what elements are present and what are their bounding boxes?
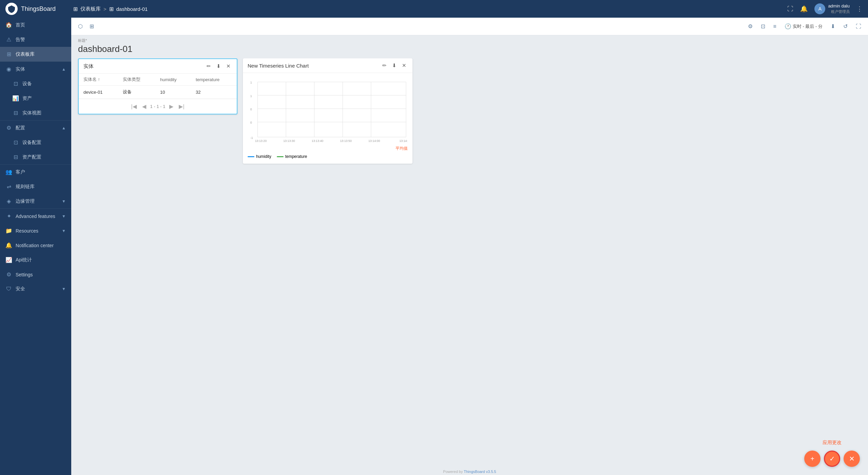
device-icon: ⊡ [12, 80, 19, 87]
config-icon: ⚙ [5, 125, 12, 131]
sidebar-label-config: 配置 [16, 125, 58, 131]
svg-text:13:13:40: 13:13:40 [312, 139, 324, 143]
entity-widget: 实体 ✏ ⬇ ✕ 实体名 ↑ 实体类型 [78, 58, 237, 114]
time-icon[interactable]: 🕐 实时 - 最后 - 分 [783, 22, 824, 31]
edge-mgmt-icon: ◈ [5, 198, 12, 204]
fullscreen-icon[interactable]: ⛶ [787, 5, 793, 13]
footer-text: Powered by [443, 470, 464, 474]
svg-text:13:13:20: 13:13:20 [255, 139, 267, 143]
chart-download-icon[interactable]: ⬇ [391, 62, 398, 69]
legend-humidity-dot [248, 156, 254, 157]
page-title: dashboard-01 [78, 44, 861, 54]
home-icon: 🏠 [5, 22, 12, 28]
add-widget-button[interactable]: + [804, 451, 821, 467]
entity-widget-title: 实体 [83, 63, 202, 70]
breadcrumb-dashlib[interactable]: 仪表板库 [80, 6, 101, 12]
entity-download-icon[interactable]: ⬇ [215, 62, 222, 70]
entity-view-icon: ⊟ [12, 110, 19, 116]
sidebar-item-devices[interactable]: ⊡ 设备 [0, 76, 71, 91]
col-temperature[interactable]: temperature [191, 74, 237, 86]
sidebar-item-alerts[interactable]: ⚠ 告警 [0, 32, 71, 47]
notification-icon[interactable]: 🔔 [800, 5, 808, 13]
sidebar-label-dashboards: 仪表板库 [16, 51, 66, 57]
notification-center-icon: 🔔 [5, 242, 12, 249]
sidebar-item-settings[interactable]: ⚙ Settings [0, 267, 71, 282]
col-entity-name[interactable]: 实体名 ↑ [79, 74, 118, 86]
sidebar-item-customers[interactable]: 👥 客户 [0, 165, 71, 179]
user-area[interactable]: A admin dalu 租户管理员 [814, 3, 850, 14]
alert-icon: ⚠ [5, 36, 12, 43]
sidebar-item-notification[interactable]: 🔔 Notification center [0, 238, 71, 253]
filter-icon[interactable]: ≡ [772, 22, 778, 31]
svg-text:0: 0 [250, 108, 252, 111]
entity-edit-icon[interactable]: ✏ [205, 62, 212, 70]
sidebar-item-entity-views[interactable]: ⊟ 实体视图 [0, 106, 71, 120]
device-config-icon: ⊡ [12, 139, 19, 146]
entities-icon: ◉ [5, 66, 12, 72]
widgets-area: 实体 ✏ ⬇ ✕ 实体名 ↑ 实体类型 [71, 58, 868, 468]
page-last-btn[interactable]: ▶| [177, 103, 186, 110]
sidebar-section-config: ⚙ 配置 ▲ ⊡ 设备配置 ⊟ 资产配置 [0, 120, 71, 164]
sidebar-section-entities: ◉ 实体 ▲ ⊡ 设备 📊 资产 ⊟ 实体视图 [0, 61, 71, 120]
sidebar-label-resources: Resources [16, 228, 58, 234]
sidebar-item-home[interactable]: 🏠 首页 [0, 18, 71, 32]
col-entity-type[interactable]: 实体类型 [118, 74, 155, 86]
sidebar-label-entity-views: 实体视图 [22, 110, 66, 116]
sidebar-item-asset-config[interactable]: ⊟ 资产配置 [0, 150, 71, 164]
sidebar-item-dashboards[interactable]: ⊞ 仪表板库 [0, 47, 71, 61]
sidebar-item-device-config[interactable]: ⊡ 设备配置 [0, 135, 71, 150]
entities-arrow: ▲ [62, 67, 66, 72]
sidebar-label-settings: Settings [16, 272, 66, 277]
sidebar-item-resources[interactable]: 📁 Resources ▼ [0, 223, 71, 238]
entity-close-icon[interactable]: ✕ [225, 62, 232, 70]
expand-dashboard-icon[interactable]: ⛶ [854, 22, 863, 31]
sidebar-item-edge-mgmt[interactable]: ◈ 边缘管理 ▼ [0, 194, 71, 208]
sidebar-label-customers: 客户 [16, 169, 66, 175]
sidebar-label-api: Api统计 [16, 257, 66, 263]
footer-link[interactable]: ThingsBoard v3.5.5 [464, 470, 496, 474]
legend-humidity-label: humidity [256, 154, 271, 159]
entity-table: 实体名 ↑ 实体类型 humidity temperature [79, 74, 237, 99]
dashboard-toolbar: ⬡ ⊞ ⚙ ⊡ ≡ 🕐 实时 - 最后 - 分 ⬇ ↺ ⛶ [71, 18, 868, 35]
asset-icon: 📊 [12, 95, 19, 102]
chart-widget: New Timeseries Line Chart ✏ ⬇ ✕ 1 1 0 [243, 58, 412, 164]
advanced-icon: ✦ [5, 213, 12, 219]
rule-chains-icon: ⇌ [5, 183, 12, 190]
legend-temperature-dot [277, 156, 284, 157]
sidebar-item-assets[interactable]: 📊 资产 [0, 91, 71, 106]
table-footer: |◀ ◀ 1 - 1 - 1 ▶ ▶| [79, 99, 237, 114]
col-humidity[interactable]: humidity [155, 74, 191, 86]
breadcrumb: ⊞ 仪表板库 > ⊞ dashboard-01 [73, 6, 787, 12]
layers-icon[interactable]: ⬡ [77, 22, 84, 31]
sidebar-item-rule-chains[interactable]: ⇌ 规则链库 [0, 179, 71, 194]
confirm-button[interactable]: ✓ [824, 451, 840, 467]
customers-icon: 👥 [5, 169, 12, 175]
page-first-btn[interactable]: |◀ [130, 103, 138, 110]
history-icon[interactable]: ↺ [842, 22, 849, 31]
sidebar-item-config[interactable]: ⚙ 配置 ▲ [0, 121, 71, 135]
asset-config-icon: ⊟ [12, 154, 19, 160]
sidebar-item-entities[interactable]: ◉ 实体 ▲ [0, 62, 71, 76]
page-prev-btn[interactable]: ◀ [141, 103, 148, 110]
more-icon[interactable]: ⋮ [856, 5, 863, 13]
pagination-info: 1 - 1 - 1 [150, 104, 166, 109]
footer: Powered by ThingsBoard v3.5.5 [71, 468, 868, 475]
breadcrumb-dashboard[interactable]: dashboard-01 [116, 6, 148, 12]
cancel-button[interactable]: ✕ [844, 451, 860, 467]
page-next-btn[interactable]: ▶ [168, 103, 175, 110]
chart-edit-icon[interactable]: ✏ [381, 62, 388, 69]
sidebar-item-security[interactable]: 🛡 安全 ▼ [0, 282, 71, 296]
download-icon[interactable]: ⬇ [829, 22, 836, 31]
svg-text:13:14:00: 13:14:00 [368, 139, 380, 143]
grid-icon[interactable]: ⊞ [88, 22, 95, 31]
svg-text:13:14:10: 13:14:10 [399, 139, 408, 143]
settings-toolbar-icon[interactable]: ⚙ [747, 22, 754, 31]
resources-arrow: ▼ [62, 229, 66, 233]
legend-temperature: temperature [277, 154, 307, 159]
sidebar-item-api[interactable]: 📈 Api统计 [0, 253, 71, 267]
sidebar-item-advanced[interactable]: ✦ Advanced features ▼ [0, 209, 71, 223]
entity-count-icon[interactable]: ⊡ [759, 22, 767, 31]
dashboard-icon: ⊞ [5, 51, 12, 57]
chart-close-icon[interactable]: ✕ [401, 62, 408, 69]
top-navigation: ThingsBoard ⊞ 仪表板库 > ⊞ dashboard-01 ⛶ 🔔 … [0, 0, 868, 18]
